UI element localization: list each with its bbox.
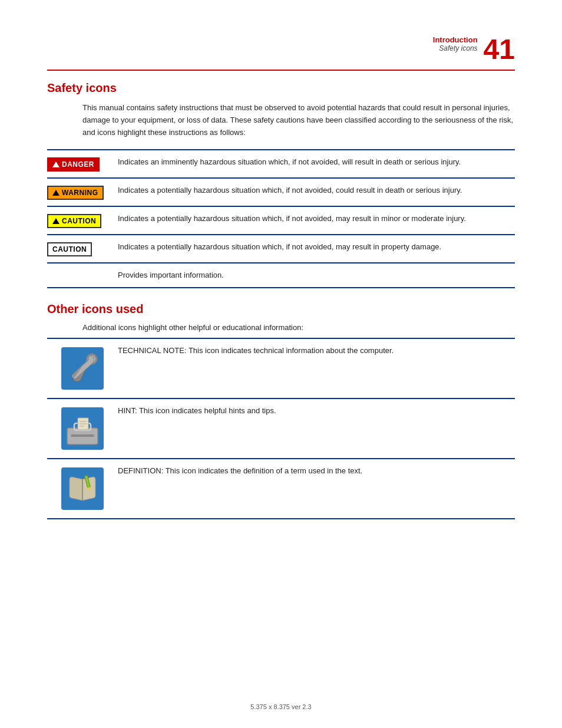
wrench-icon-area xyxy=(47,345,118,392)
safety-icons-title: Safety icons xyxy=(47,81,515,95)
header-text: Introduction Safety icons xyxy=(433,35,478,52)
caution-yellow-badge-area: CAUTION xyxy=(47,213,118,228)
note-text: Provides important information. xyxy=(118,269,515,281)
hint-text: HINT: This icon indicates helpful hints … xyxy=(118,405,515,417)
caution-white-badge: CAUTION xyxy=(47,242,92,256)
header-section: Introduction xyxy=(433,35,478,44)
toolbox-icon-area xyxy=(47,405,118,452)
other-icons-title: Other icons used xyxy=(47,302,515,316)
danger-badge-area: DANGER xyxy=(47,156,118,172)
technical-note-text: TECHNICAL NOTE: This icon indicates tech… xyxy=(118,345,515,357)
safety-intro: This manual contains safety instructions… xyxy=(82,102,515,139)
hint-row: HINT: This icon indicates helpful hints … xyxy=(47,398,515,458)
safety-icons-section: Safety icons This manual contains safety… xyxy=(47,81,515,288)
definition-text: DEFINITION: This icon indicates the defi… xyxy=(118,465,515,477)
warning-badge-area: WARNING xyxy=(47,185,118,200)
wrench-icon xyxy=(61,347,104,390)
danger-text: Indicates an imminently hazardous situat… xyxy=(118,156,515,168)
warning-label: WARNING xyxy=(62,189,98,197)
footer-text: 5.375 x 8.375 ver 2.3 xyxy=(250,703,311,710)
caution-yellow-text: Indicates a potentially hazardous situat… xyxy=(118,213,515,225)
caution-white-label: CAUTION xyxy=(52,245,87,253)
page-number: 41 xyxy=(484,35,515,64)
note-row: Provides important information. xyxy=(47,262,515,288)
header-divider xyxy=(47,70,515,71)
caution-yellow-triangle-icon xyxy=(52,218,59,224)
warning-badge: WARNING xyxy=(47,186,104,200)
danger-badge: DANGER xyxy=(47,157,100,172)
warning-text: Indicates a potentially hazardous situat… xyxy=(118,185,515,196)
page-footer: 5.375 x 8.375 ver 2.3 xyxy=(0,703,562,710)
warning-row: WARNING Indicates a potentially hazardou… xyxy=(47,177,515,206)
header-subtitle: Safety icons xyxy=(433,44,478,52)
caution-white-text: Indicates a potentially hazardous situat… xyxy=(118,241,515,253)
technical-note-row: TECHNICAL NOTE: This icon indicates tech… xyxy=(47,338,515,398)
definition-row: DEFINITION: This icon indicates the defi… xyxy=(47,458,515,519)
warning-triangle-icon xyxy=(52,190,59,196)
other-intro: Additional icons highlight other helpful… xyxy=(82,323,515,332)
caution-white-row: CAUTION Indicates a potentially hazardou… xyxy=(47,234,515,262)
page: Introduction Safety icons 41 Safety icon… xyxy=(0,0,562,728)
book-icon xyxy=(61,467,104,510)
book-icon-area xyxy=(47,465,118,512)
caution-yellow-badge: CAUTION xyxy=(47,214,101,228)
other-icons-section: Other icons used Additional icons highli… xyxy=(47,302,515,519)
danger-row: DANGER Indicates an imminently hazardous… xyxy=(47,149,515,177)
caution-yellow-label: CAUTION xyxy=(62,217,96,225)
svg-rect-5 xyxy=(71,434,94,437)
page-header: Introduction Safety icons 41 xyxy=(47,35,515,66)
danger-label: DANGER xyxy=(62,160,94,169)
caution-yellow-row: CAUTION Indicates a potentially hazardou… xyxy=(47,206,515,234)
danger-triangle-icon xyxy=(52,162,59,167)
toolbox-icon xyxy=(61,407,104,450)
caution-white-badge-area: CAUTION xyxy=(47,241,118,256)
